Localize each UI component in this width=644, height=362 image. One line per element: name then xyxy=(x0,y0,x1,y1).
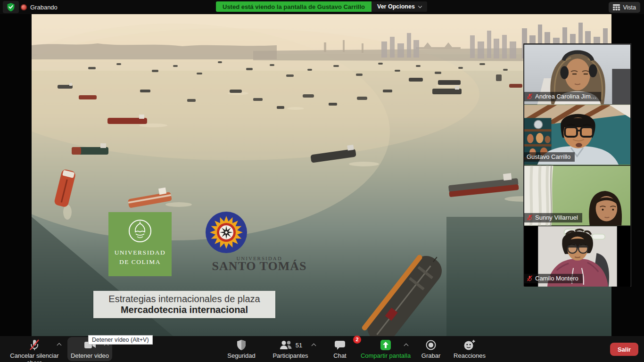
udec-logo-text: UNIVERSIDAD DE COLIMA xyxy=(115,248,166,267)
unmute-label: Cancelar silenciar ahora xyxy=(3,352,66,362)
recording-dot-icon xyxy=(21,4,27,10)
stop-video-label: Detener video xyxy=(67,352,112,359)
universidad-de-colima-logo: UNIVERSIDAD DE COLIMA xyxy=(108,212,172,276)
participant-video-panel: Andrea Carolina Jim… xyxy=(523,43,631,287)
udec-crest-icon xyxy=(127,218,153,246)
stop-video-tooltip: Detener vídeo (Alt+V) xyxy=(88,335,153,345)
security-label: Seguridad xyxy=(221,352,262,359)
muted-mic-icon xyxy=(527,214,533,221)
muted-mic-icon xyxy=(29,339,40,351)
chat-bubble-icon xyxy=(334,340,346,350)
encryption-shield-button[interactable] xyxy=(3,1,19,13)
participant-name-tag: Sunny Villarruel xyxy=(524,213,582,222)
view-options-label: Ver Opciones xyxy=(377,3,415,10)
record-icon xyxy=(425,339,437,351)
ust-name-text: SANTO TOMÁS xyxy=(212,259,306,273)
participant-name: Gustavo Carrillo xyxy=(527,153,570,160)
recording-label: Grabando xyxy=(30,4,58,11)
security-shield-icon xyxy=(236,339,247,351)
video-tile-camilo[interactable]: Camilo Montero xyxy=(524,226,630,287)
participant-name: Camilo Montero xyxy=(535,275,578,282)
video-tile-sunny[interactable]: Sunny Villarruel xyxy=(524,165,630,226)
view-button[interactable]: Vista xyxy=(609,2,640,13)
chat-label: Chat xyxy=(324,352,355,359)
participant-name: Sunny Villarruel xyxy=(535,214,578,221)
meeting-top-bar: Grabando Usted está viendo la pantalla d… xyxy=(0,0,644,14)
slide-title-line1: Estrategias internacionales de plaza xyxy=(108,294,260,304)
leave-meeting-button[interactable]: Salir xyxy=(610,343,638,356)
share-screen-label: Compartir pantalla xyxy=(357,352,414,359)
grid-view-icon xyxy=(613,4,620,10)
participants-count: 51 xyxy=(296,342,302,349)
participant-name-tag: Andrea Carolina Jim… xyxy=(524,92,601,101)
shield-check-icon xyxy=(6,2,16,12)
unmute-button[interactable]: Cancelar silenciar ahora xyxy=(3,337,66,361)
muted-mic-icon xyxy=(527,275,533,281)
participant-name-tag: Gustavo Carrillo xyxy=(524,152,575,162)
universidad-santo-tomas-logo: UNIVERSIDAD SANTO TOMÁS xyxy=(205,211,314,289)
chat-button[interactable]: 2 Chat xyxy=(324,337,355,361)
record-button[interactable]: Grabar xyxy=(416,337,446,361)
share-screen-button[interactable]: Compartir pantalla xyxy=(357,337,414,361)
reactions-button[interactable]: Reacciones xyxy=(449,337,490,361)
ust-sun-emblem-icon xyxy=(205,211,248,254)
participants-label: Participantes xyxy=(265,352,316,359)
participants-button[interactable]: 51 Participantes xyxy=(265,337,316,361)
chevron-down-icon xyxy=(418,4,422,8)
reactions-label: Reacciones xyxy=(449,352,490,359)
ust-logo-text: UNIVERSIDAD SANTO TOMÁS xyxy=(205,255,314,273)
video-tile-gustavo[interactable]: Gustavo Carrillo xyxy=(524,105,630,165)
view-options-dropdown[interactable]: Ver Opciones xyxy=(372,1,427,12)
view-button-label: Vista xyxy=(623,4,636,11)
recording-indicator: Grabando xyxy=(21,0,58,14)
slide-title-line2: Mercadotecnia internacional xyxy=(121,304,248,315)
participants-icon xyxy=(279,340,293,350)
screen-share-banner: Usted está viendo la pantalla de Gustavo… xyxy=(216,1,427,12)
muted-mic-icon xyxy=(527,93,533,99)
participant-name: Andrea Carolina Jim… xyxy=(535,93,597,100)
share-screen-icon xyxy=(380,339,391,351)
udec-line1: UNIVERSIDAD xyxy=(115,248,166,257)
banner-text: Usted está viendo la pantalla de Gustavo… xyxy=(216,1,372,12)
record-label: Grabar xyxy=(416,352,446,359)
udec-line2: DE COLIMA xyxy=(115,257,166,267)
video-tile-andrea[interactable]: Andrea Carolina Jim… xyxy=(524,44,630,105)
slide-title-box: Estrategias internacionales de plaza Mer… xyxy=(93,291,275,318)
participant-name-tag: Camilo Montero xyxy=(524,274,583,283)
reactions-smiley-icon xyxy=(463,339,476,351)
security-button[interactable]: Seguridad xyxy=(221,337,262,361)
